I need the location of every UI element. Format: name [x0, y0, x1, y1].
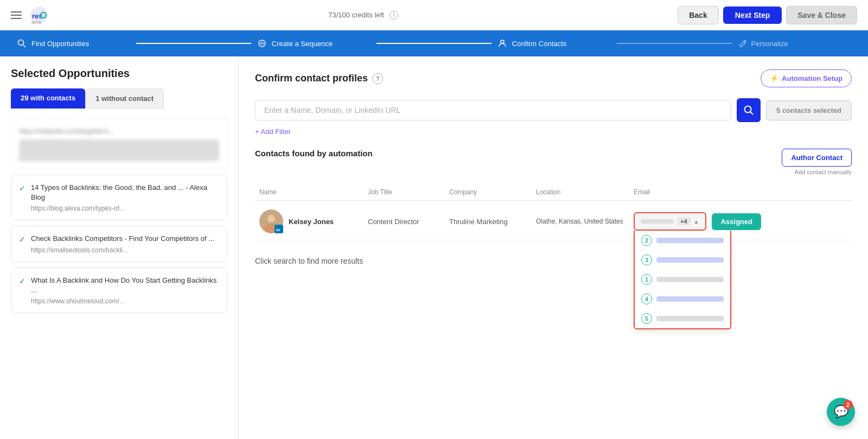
step-find-label: Find Opportunities [31, 40, 89, 48]
assigned-button[interactable]: Assigned [712, 213, 761, 230]
contacts-header: Contacts found by automation Author Cont… [255, 149, 852, 175]
check-icon-3: ✓ [19, 235, 25, 244]
step-find-opportunities[interactable]: Find Opportunities [16, 38, 131, 49]
progress-steps: Find Opportunities Create a Sequence Con… [16, 38, 852, 49]
sidebar-item-url-3: https://smallseotools.com/backli... [31, 246, 214, 254]
email-num-4: 4 [641, 294, 652, 304]
email-list-item-2[interactable]: 3 [635, 250, 730, 270]
col-header-location: Location [532, 188, 629, 196]
contact-location: Olathe, Kansas, United States [532, 218, 629, 225]
step-confirm-label: Confirm Contacts [512, 40, 566, 48]
search-button[interactable] [737, 98, 761, 122]
nav-actions: Back Next Step Save & Close [678, 6, 857, 24]
email-num-5: 5 [641, 313, 652, 324]
contact-name: Kelsey Jones [289, 218, 334, 226]
sidebar-item-url-2: https://blog.alexa.com/types-of... [31, 205, 219, 212]
svg-point-8 [745, 106, 751, 113]
sidebar-item-title-4: What Is A Backlink and How Do You Start … [31, 276, 219, 295]
edit-icon [737, 38, 748, 49]
email-value-3 [656, 277, 724, 282]
credits-info-icon[interactable]: i [390, 11, 398, 20]
col-header-name: Name [255, 188, 363, 196]
search-row: 5 contacts selected [255, 98, 852, 122]
email-list-item-4[interactable]: 4 [635, 289, 730, 309]
sidebar-item-3[interactable]: ✓ Check Backlinks Competitors - Find You… [11, 226, 227, 262]
top-nav: res BETA 73/100 credits left i Back Next… [0, 0, 868, 30]
tab-with-contacts[interactable]: 29 with contacts [11, 88, 85, 109]
email-dropdown-button[interactable]: +4 ▲ [634, 212, 706, 231]
email-num-2: 3 [641, 255, 652, 265]
search-input-wrap [255, 100, 731, 120]
search-icon [16, 38, 27, 49]
email-cell: +4 ▲ 2 3 1 [629, 212, 852, 231]
step-sequence-label: Create a Sequence [272, 40, 333, 48]
sidebar-item-4[interactable]: ✓ What Is A Backlink and How Do You Star… [11, 268, 227, 313]
sidebar-item-2[interactable]: ✓ 14 Types of Backlinks: the Good, the B… [11, 175, 227, 220]
table-header: Name Job Title Company Location Email [255, 184, 852, 201]
add-manually-label: Add contact manually [782, 169, 852, 175]
linkedin-badge: in [275, 225, 283, 233]
person-icon [497, 38, 508, 49]
email-num-1: 2 [641, 235, 652, 246]
email-list-item-5[interactable]: 5 [635, 309, 730, 328]
email-dropdown-list: 2 3 1 4 [634, 231, 731, 329]
svg-point-4 [18, 40, 24, 46]
svg-point-6 [259, 40, 265, 47]
email-count-badge: +4 [677, 217, 691, 226]
credits-text: 73/100 credits left [328, 11, 384, 19]
step-confirm-contacts[interactable]: Confirm Contacts [497, 38, 611, 49]
credits-info: 73/100 credits left i [328, 11, 398, 20]
sidebar-title: Selected Opportunities [11, 67, 227, 80]
next-step-button[interactable]: Next Step [723, 7, 782, 24]
col-header-job: Job Title [363, 188, 445, 196]
email-list-item-1[interactable]: 2 [635, 231, 730, 250]
step-create-sequence[interactable]: Create a Sequence [257, 38, 371, 49]
check-icon-4: ✓ [19, 277, 25, 285]
automation-setup-button[interactable]: ⚡ Automation Setup [761, 69, 852, 87]
chat-badge: 2 [843, 400, 853, 410]
email-preview [641, 219, 674, 224]
search-input[interactable] [255, 100, 731, 120]
svg-point-7 [501, 40, 504, 43]
email-list-item-3[interactable]: 1 [635, 270, 730, 289]
contacts-selected-button[interactable]: 5 contacts selected [766, 100, 852, 120]
sidebar-item-url-4: https://www.shoutmeloud.com/... [31, 297, 219, 305]
logo: res BETA [29, 5, 49, 25]
avatar-wrap: in [259, 209, 283, 233]
svg-text:BETA: BETA [31, 21, 41, 24]
email-value-2 [656, 257, 724, 263]
back-button[interactable]: Back [678, 6, 718, 24]
contact-company: Thruline Marketing [445, 218, 532, 226]
sequence-icon [257, 38, 267, 49]
author-contact-button[interactable]: Author Contact [782, 149, 852, 167]
chevron-down-icon: ▲ [694, 219, 699, 225]
svg-line-9 [750, 112, 753, 114]
tabs: 29 with contacts 1 without contact [11, 88, 227, 109]
step-personalize[interactable]: Personalize [737, 38, 852, 49]
svg-point-11 [267, 215, 275, 222]
check-icon-2: ✓ [19, 184, 25, 193]
email-value-4 [656, 296, 724, 302]
contact-info: in Kelsey Jones [255, 209, 363, 233]
sidebar: Selected Opportunities 29 with contacts … [0, 56, 239, 439]
nav-left: res BETA [11, 5, 49, 25]
sidebar-item-1[interactable]: https://neilpatel.com/blog/link-b... [11, 117, 227, 169]
add-filter-button[interactable]: + Add Filter [255, 128, 852, 136]
table-row: in Kelsey Jones Content Director Thrulin… [255, 203, 852, 240]
step-personalize-label: Personalize [751, 40, 788, 48]
lightning-icon: ⚡ [770, 74, 778, 82]
panel-header: Confirm contact profiles ? ⚡ Automation … [255, 69, 852, 87]
sidebar-item-title-2: 14 Types of Backlinks: the Good, the Bad… [31, 183, 219, 202]
main-layout: Selected Opportunities 29 with contacts … [0, 56, 868, 439]
save-close-button[interactable]: Save & Close [786, 6, 857, 24]
sidebar-item-title-3: Check Backlinks Competitors - Find Your … [31, 234, 214, 244]
chat-bubble[interactable]: 💬 2 [827, 398, 855, 426]
contacts-section-title: Contacts found by automation [255, 149, 373, 158]
hamburger-menu[interactable] [11, 11, 22, 19]
help-icon[interactable]: ? [372, 73, 383, 84]
linkedin-icon: in [276, 226, 282, 232]
click-search-note: Click search to find more results [255, 251, 852, 271]
svg-text:in: in [276, 227, 280, 232]
email-dropdown: +4 ▲ 2 3 1 [634, 212, 706, 231]
tab-without-contact[interactable]: 1 without contact [85, 88, 164, 109]
